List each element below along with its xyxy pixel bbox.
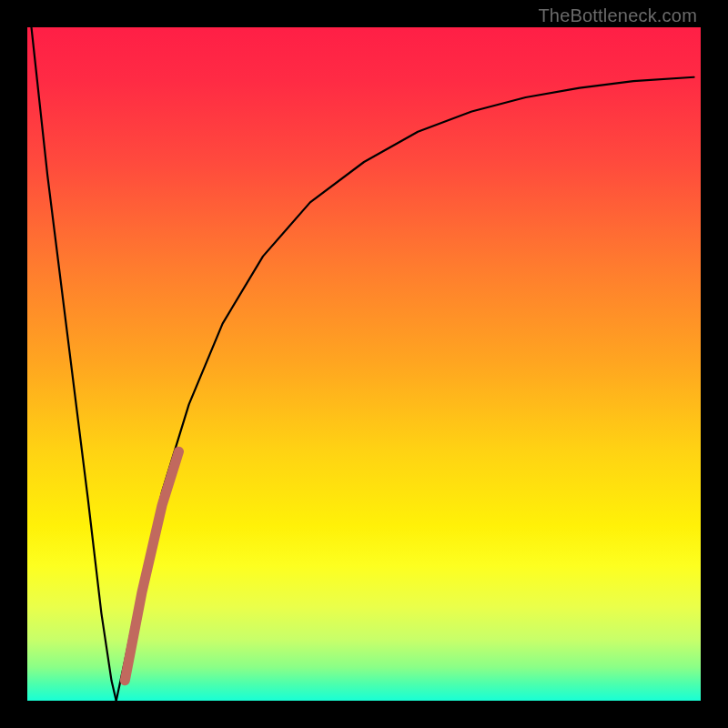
plot-area bbox=[27, 27, 701, 701]
curve-highlight-segment bbox=[125, 451, 178, 681]
curve-right-rise bbox=[116, 77, 694, 701]
watermark-text: TheBottleneck.com bbox=[538, 5, 697, 26]
curves-layer bbox=[27, 27, 701, 701]
chart-frame: TheBottleneck.com bbox=[0, 0, 728, 728]
curve-left-drop bbox=[31, 27, 116, 701]
